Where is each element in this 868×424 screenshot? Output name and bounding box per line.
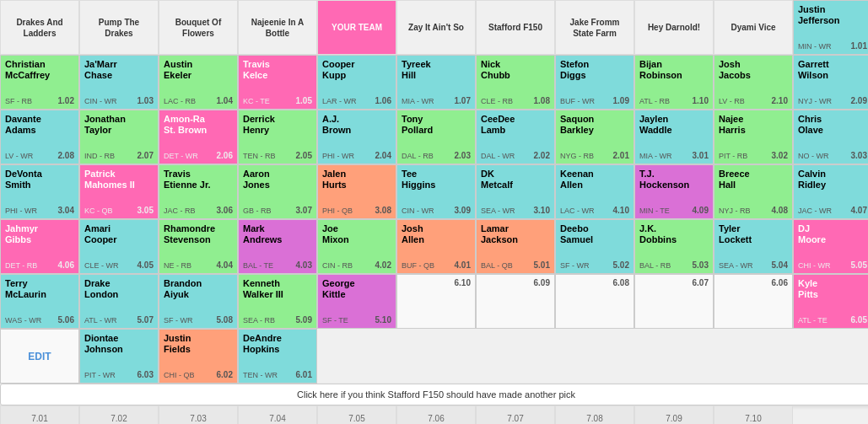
pick-2-06[interactable]: Amon-RaSt. Brown DET - WR2.06 — [159, 110, 238, 164]
draft-board: Drakes And Ladders Pump The Drakes Bouqu… — [0, 0, 868, 424]
pick-4-03[interactable]: MarkAndrews BAL - TE4.03 — [238, 219, 317, 274]
pick-5-10[interactable]: GeorgeKittle SF - TE5.10 — [317, 274, 396, 329]
pick-5-05[interactable]: DJMoore CHI - WR5.05 — [793, 219, 868, 274]
col-header-najeenie: Najeenie In A Bottle — [238, 0, 317, 55]
pick-1-05[interactable]: TravisKelce KC - TE1.05 — [238, 55, 317, 110]
pick-2-05[interactable]: DerrickHenry TEN - RB2.05 — [238, 110, 317, 164]
pick-4-06[interactable]: JahmyrGibbs DET - RB4.06 — [0, 219, 79, 274]
pick-6-08: 6.08 — [555, 274, 634, 329]
pick-1-06[interactable]: CooperKupp LAR - WR1.06 — [317, 55, 396, 110]
footer-7-07: 7.07 — [476, 405, 555, 424]
pick-1-03[interactable]: Ja'MarrChase CIN - WR1.03 — [79, 55, 159, 110]
col-header-dyami: Dyami Vice — [714, 0, 793, 55]
pick-6-06: 6.06 — [714, 274, 793, 329]
footer-7-02: 7.02 — [79, 405, 159, 424]
pick-3-02[interactable]: NajeeHarris PIT - RB3.02 — [714, 110, 793, 164]
col-header-stafford: Stafford F150 — [476, 0, 555, 55]
pick-4-08[interactable]: BreeceHall NYJ - RB4.08 — [714, 164, 793, 219]
pick-4-10[interactable]: KeenanAllen LAC - WR4.10 — [555, 164, 634, 219]
pick-1-04[interactable]: AustinEkeler LAC - RB1.04 — [159, 55, 238, 110]
pick-5-09[interactable]: KennethWalker III SEA - RB5.09 — [238, 274, 317, 329]
edit-button[interactable]: EDIT — [28, 351, 51, 362]
footer-7-04: 7.04 — [238, 405, 317, 424]
pick-2-03[interactable]: TonyPollard DAL - RB2.03 — [396, 110, 476, 164]
pick-6-07: 6.07 — [634, 274, 714, 329]
pick-3-04[interactable]: DeVontaSmith PHI - WR3.04 — [0, 164, 79, 219]
col-header-yourteam: YOUR TEAM — [317, 0, 396, 55]
pick-2-07[interactable]: JonathanTaylor IND - RB2.07 — [79, 110, 159, 164]
pick-1-08[interactable]: NickChubb CLE - RB1.08 — [476, 55, 555, 110]
col-header-hey: Hey Darnold! — [634, 0, 714, 55]
pick-2-04[interactable]: A.J.Brown PHI - WR2.04 — [317, 110, 396, 164]
pick-1-10[interactable]: BijanRobinson ATL - RB1.10 — [634, 55, 714, 110]
footer-7-09: 7.09 — [634, 405, 714, 424]
footer-7-10: 7.10 — [714, 405, 793, 424]
footer-7-06: 7.06 — [396, 405, 476, 424]
pick-6-01[interactable]: DeAndreHopkins TEN - WR6.01 — [238, 329, 317, 384]
pick-4-02[interactable]: JoeMixon CIN - RB4.02 — [317, 219, 396, 274]
footer-7-03: 7.03 — [159, 405, 238, 424]
pick-2-02[interactable]: CeeDeeLamb DAL - WR2.02 — [476, 110, 555, 164]
pick-1-02[interactable]: ChristianMcCaffrey SF - RB1.02 — [0, 55, 79, 110]
pick-2-01[interactable]: SaquonBarkley NYG - RB2.01 — [555, 110, 634, 164]
pick-6-10: 6.10 — [396, 274, 476, 329]
col-header-pump: Pump The Drakes — [79, 0, 159, 55]
pick-5-04[interactable]: TylerLockett SEA - WR5.04 — [714, 219, 793, 274]
pick-5-02[interactable]: DeeboSamuel SF - WR5.02 — [555, 219, 634, 274]
tooltip-banner: Click here if you think Stafford F150 sh… — [0, 384, 868, 405]
pick-4-04[interactable]: RhamondreStevenson NE - RB4.04 — [159, 219, 238, 274]
pick-2-10[interactable]: JoshJacobs LV - RB2.10 — [714, 55, 793, 110]
pick-6-09: 6.09 — [476, 274, 555, 329]
pick-3-10[interactable]: DKMetcalf SEA - WR3.10 — [476, 164, 555, 219]
pick-1-01[interactable]: JustinJefferson MIN - WR1.01 — [793, 0, 868, 55]
col-header-jake: Jake Fromm State Farm — [555, 0, 634, 55]
col-header-bouquet: Bouquet Of Flowers — [159, 0, 238, 55]
pick-5-06[interactable]: TerryMcLaurin WAS - WR5.06 — [0, 274, 79, 329]
pick-4-09[interactable]: T.J.Hockenson MIN - TE4.09 — [634, 164, 714, 219]
pick-2-08[interactable]: DavanteAdams LV - WR2.08 — [0, 110, 79, 164]
pick-2-09[interactable]: GarrettWilson NYJ - WR2.09 — [793, 55, 868, 110]
pick-5-07[interactable]: DrakeLondon ATL - WR5.07 — [79, 274, 159, 329]
footer-7-08: 7.08 — [555, 405, 634, 424]
edit-cell-stafford[interactable]: EDIT — [0, 329, 79, 384]
pick-3-03[interactable]: ChrisOlave NO - WR3.03 — [793, 110, 868, 164]
footer-7-01: 7.01 — [0, 405, 79, 424]
pick-6-05[interactable]: KylePitts ATL - TE6.05 — [793, 274, 868, 329]
pick-4-07[interactable]: CalvinRidley JAC - WR4.07 — [793, 164, 868, 219]
pick-5-03[interactable]: J.K.Dobbins BAL - RB5.03 — [634, 219, 714, 274]
pick-5-01[interactable]: LamarJackson BAL - QB5.01 — [476, 219, 555, 274]
pick-3-08[interactable]: JalenHurts PHI - QB3.08 — [317, 164, 396, 219]
pick-6-02[interactable]: JustinFields CHI - QB6.02 — [159, 329, 238, 384]
pick-3-05[interactable]: PatrickMahomes II KC - QB3.05 — [79, 164, 159, 219]
pick-3-09[interactable]: TeeHiggins CIN - WR3.09 — [396, 164, 476, 219]
col-header-zay: Zay It Ain't So — [396, 0, 476, 55]
pick-5-08[interactable]: BrandonAiyuk SF - WR5.08 — [159, 274, 238, 329]
col-header-drakes: Drakes And Ladders — [0, 0, 79, 55]
pick-3-01[interactable]: JaylenWaddle MIA - WR3.01 — [634, 110, 714, 164]
pick-3-07[interactable]: AaronJones GB - RB3.07 — [238, 164, 317, 219]
pick-1-07[interactable]: TyreekHill MIA - WR1.07 — [396, 55, 476, 110]
pick-4-05[interactable]: AmariCooper CLE - WR4.05 — [79, 219, 159, 274]
pick-1-09[interactable]: StefonDiggs BUF - WR1.09 — [555, 55, 634, 110]
pick-3-06[interactable]: TravisEtienne Jr. JAC - RB3.06 — [159, 164, 238, 219]
pick-6-03[interactable]: DiontaeJohnson PIT - WR6.03 — [79, 329, 159, 384]
pick-4-01[interactable]: JoshAllen BUF - QB4.01 — [396, 219, 476, 274]
footer-7-05: 7.05 — [317, 405, 396, 424]
